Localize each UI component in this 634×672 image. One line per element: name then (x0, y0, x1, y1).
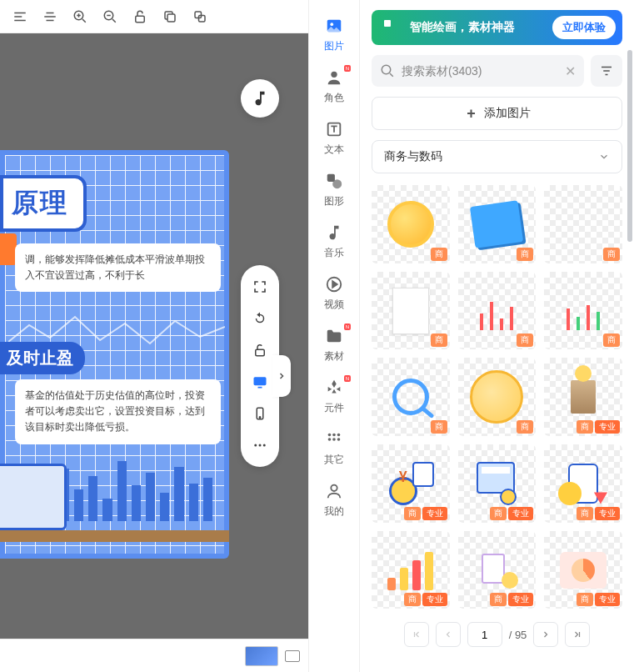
monitor-illustration (0, 464, 67, 530)
asset-blank[interactable]: 商 (544, 185, 622, 263)
asset-bar-chart[interactable]: 商专业 (372, 531, 450, 609)
nav-video[interactable]: 视频 (312, 270, 356, 315)
category-label: 商务与数码 (384, 149, 442, 164)
svg-rect-28 (384, 20, 391, 27)
add-image-button[interactable]: + 添加图片 (372, 97, 622, 130)
page-total: / 95 (509, 629, 527, 641)
zoom-in-button[interactable] (67, 3, 93, 30)
display-button[interactable] (245, 367, 275, 397)
canvas-viewport[interactable]: 原理 调，能够发挥降低摊低成本平滑波单期投入不宜设置过高，不利于长 及时止盈 基… (0, 33, 308, 639)
clear-search-button[interactable]: ✕ (565, 63, 576, 79)
component-icon (323, 377, 345, 399)
shape-icon (323, 170, 345, 192)
image-icon (323, 15, 345, 37)
svg-point-19 (332, 179, 342, 188)
align-center-button[interactable] (37, 3, 63, 30)
filter-button[interactable] (591, 55, 622, 87)
orange-badge (0, 233, 17, 265)
add-image-label: 添加图片 (484, 106, 531, 121)
folder-icon (323, 325, 345, 347)
asset-paper[interactable]: 商 (372, 272, 450, 350)
search-box[interactable]: ✕ (372, 55, 584, 87)
nav-music[interactable]: 音乐 (312, 218, 356, 263)
page-next-button[interactable] (533, 622, 558, 647)
search-input[interactable] (402, 64, 558, 78)
svg-point-25 (332, 438, 336, 441)
pagination: / 95 (372, 619, 622, 647)
bottom-bar (0, 639, 308, 672)
top-toolbar (0, 0, 308, 33)
new-badge: N (344, 65, 351, 72)
svg-point-24 (328, 438, 332, 441)
duplicate-button[interactable] (187, 3, 213, 30)
asset-gold-coin[interactable]: 商 (372, 185, 450, 263)
svg-point-16 (331, 72, 337, 78)
page-thumbnail[interactable] (245, 646, 278, 666)
text-icon (323, 118, 345, 140)
chevron-down-icon (598, 151, 610, 163)
svg-point-22 (332, 434, 336, 437)
asset-money-bag[interactable]: ¥商专业 (372, 444, 450, 523)
artboard-text-1: 调，能够发挥降低摊低成本平滑波单期投入不宜设置过高，不利于长 (15, 243, 221, 292)
mobile-button[interactable] (245, 399, 275, 429)
user-icon (323, 480, 345, 502)
nav-characters[interactable]: N 角色 (312, 63, 356, 108)
page-last-button[interactable] (565, 622, 590, 647)
view-mode-button[interactable] (285, 650, 300, 662)
asset-candles-2[interactable]: 商 (544, 272, 622, 350)
floating-toolbar (241, 265, 279, 467)
nav-images[interactable]: 图片 (312, 12, 356, 57)
nav-other[interactable]: 其它 (312, 425, 356, 470)
plus-icon: + (464, 106, 479, 121)
music-icon (323, 222, 345, 243)
align-left-button[interactable] (7, 3, 33, 30)
svg-rect-3 (167, 14, 175, 22)
asset-candles-1[interactable]: 商 (458, 272, 537, 350)
asset-pedestal[interactable]: 商专业 (544, 358, 622, 436)
asset-docs-stack[interactable]: 商专业 (458, 531, 537, 609)
asset-calculator[interactable]: 商专业 (458, 444, 537, 523)
svg-rect-2 (136, 16, 145, 23)
asset-scroll-coin[interactable]: 商专业 (544, 444, 622, 523)
asset-magnifier[interactable]: 商 (372, 358, 450, 436)
svg-point-10 (259, 417, 261, 419)
category-select[interactable]: 商务与数码 (372, 140, 622, 173)
asset-coin-flat[interactable]: 商 (458, 358, 537, 436)
nav-assets[interactable]: N 素材 (312, 322, 356, 367)
expand-panel-button[interactable] (272, 355, 291, 397)
section-label: 及时止盈 (0, 342, 85, 374)
search-row: ✕ (372, 55, 622, 87)
promo-banner[interactable]: 智能绘画，素材神器 立即体验 (372, 10, 622, 45)
asset-sticky-note[interactable]: 商 (458, 185, 537, 263)
more-grid-icon (323, 429, 345, 450)
assets-panel: 智能绘画，素材神器 立即体验 ✕ + 添加图片 商务与数码 商 商 商 商 商 … (360, 0, 634, 672)
page-input[interactable] (467, 622, 502, 647)
svg-point-21 (328, 434, 332, 437)
fullscreen-button[interactable] (245, 272, 275, 302)
svg-rect-7 (254, 377, 267, 385)
asset-pie-panel[interactable]: 商专业 (544, 531, 622, 609)
svg-point-23 (337, 434, 341, 437)
avatar-icon (323, 67, 345, 88)
svg-point-13 (263, 444, 266, 447)
unlock-button[interactable] (127, 3, 153, 30)
new-badge: N (344, 323, 351, 330)
lock-button[interactable] (245, 335, 275, 365)
zoom-out-button[interactable] (97, 3, 123, 30)
scrollbar-thumb[interactable] (627, 50, 632, 242)
music-fab-button[interactable] (241, 79, 279, 118)
nav-text[interactable]: 文本 (312, 115, 356, 160)
rotate-button[interactable] (245, 303, 275, 333)
copy-button[interactable] (157, 3, 183, 30)
music-note-icon (251, 89, 269, 108)
promo-cta-button[interactable]: 立即体验 (552, 16, 616, 39)
nav-my[interactable]: 我的 (312, 477, 356, 522)
page-prev-button[interactable] (436, 622, 461, 647)
nav-shapes[interactable]: 图形 (312, 167, 356, 212)
page-first-button[interactable] (404, 622, 429, 647)
more-button[interactable] (245, 430, 275, 460)
assets-grid: 商 商 商 商 商 商 商 商 商专业 ¥商专业 商专业 商专业 商专业 商专业… (372, 185, 622, 609)
nav-components[interactable]: N 元件 (312, 374, 356, 419)
ai-paint-icon (382, 18, 402, 38)
artboard[interactable]: 原理 调，能够发挥降低摊低成本平滑波单期投入不宜设置过高，不利于长 及时止盈 基… (0, 150, 229, 559)
